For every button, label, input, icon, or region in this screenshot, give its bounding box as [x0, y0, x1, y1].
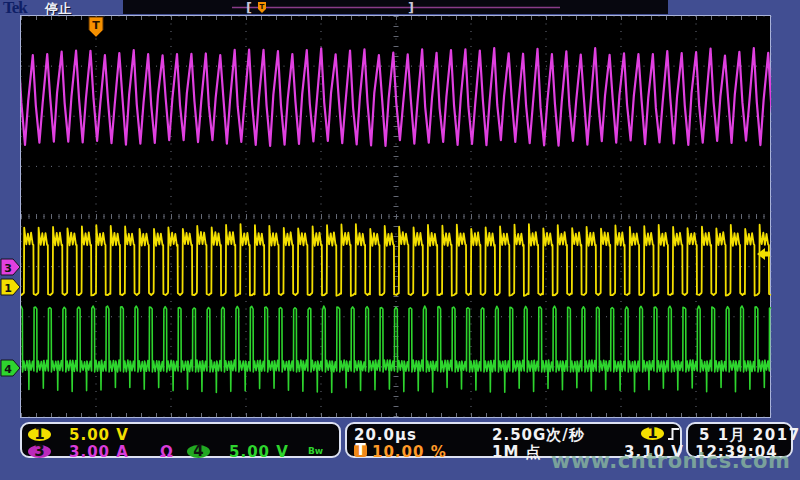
svg-text:4: 4 [4, 363, 12, 376]
ch4-bandwidth-icon: Bw [308, 446, 323, 456]
svg-text:1: 1 [4, 282, 12, 295]
ch3-ground-marker[interactable]: 3 [1, 259, 20, 275]
ch1-scale: 5.00 V [69, 426, 129, 444]
ch4-badge[interactable]: 4 [187, 445, 210, 458]
ch3-waveform [11, 48, 786, 146]
trigger-position-marker[interactable]: T [89, 17, 103, 37]
svg-text:T: T [92, 19, 100, 32]
graticule-grid [21, 16, 771, 417]
svg-text:3: 3 [4, 262, 12, 275]
ch4-scale: 5.00 V [229, 443, 289, 461]
svg-text:T: T [260, 3, 265, 11]
trigger-position-badge: T [354, 444, 367, 457]
ch4-ground-marker[interactable]: 4 [1, 360, 20, 376]
acq-trigger-position-icon: T [258, 2, 266, 13]
vertical-readout-panel[interactable]: 1 5.00 V 3 3.00 A Ω 4 5.00 V Bw [20, 422, 341, 458]
scope-display: T314[]T [0, 0, 800, 480]
trigger-position-readout: 10.00 % [372, 443, 447, 461]
oscilloscope-screen: Tek 停止 T314[]T 1 5.00 V 3 3.00 A Ω 4 5.0… [0, 0, 800, 480]
ch3-badge[interactable]: 3 [28, 445, 51, 458]
ch3-coupling-ohm: Ω [160, 443, 174, 461]
ch1-badge[interactable]: 1 [28, 428, 51, 441]
ch4-waveform [9, 306, 788, 392]
ch3-scale: 3.00 A [69, 443, 129, 461]
trigger-source-badge[interactable]: 1 [641, 427, 664, 440]
ch1-ground-marker[interactable]: 1 [1, 279, 20, 295]
svg-text:[: [ [246, 0, 252, 15]
ch1-waveform [9, 224, 787, 296]
record-length-readout: 1M 点 [492, 443, 542, 462]
watermark: www.cntronics.com [551, 449, 790, 473]
trigger-slope-rising-icon [667, 427, 680, 441]
acq-preview-contents: []T [232, 0, 560, 15]
svg-text:]: ] [408, 0, 414, 15]
